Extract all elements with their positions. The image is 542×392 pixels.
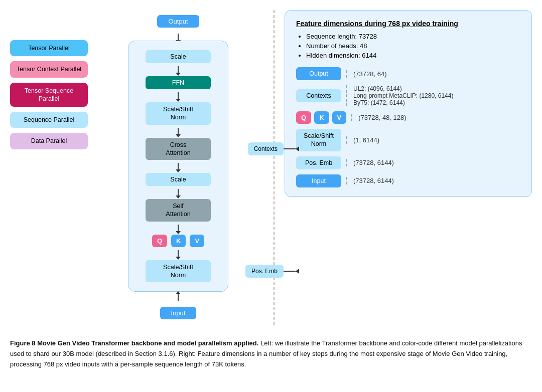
- caption: Figure 8 Movie Gen Video Transformer bac…: [10, 338, 532, 369]
- node-scale-top: Scale: [146, 50, 211, 63]
- contexts-side: Contexts: [248, 142, 299, 155]
- dim-value-input: (73728, 6144): [346, 177, 394, 184]
- v-button: V: [190, 235, 204, 247]
- dim-row-qkv: Q K V (73728, 48, 128): [296, 111, 520, 124]
- right-panel: Feature dimensions during 768 px video t…: [285, 10, 532, 197]
- arrow3: [178, 128, 179, 135]
- dim-row-output: Output (73728, 64): [296, 67, 520, 80]
- diagram-area: Tensor Parallel Tensor Context Parallel …: [10, 10, 532, 325]
- dim-label-contexts: Contexts: [296, 89, 341, 102]
- arrow2: [178, 92, 179, 99]
- dim-row-contexts: Contexts UL2: (4096, 6144) Long-prompt M…: [296, 85, 520, 106]
- node-scale-shift-top: Scale/Shift Norm: [146, 102, 211, 125]
- pos-emb-label: Pos. Emb: [245, 265, 284, 278]
- input-node: Input: [160, 307, 197, 319]
- legend-item-sequence-parallel: Sequence Parallel: [10, 112, 88, 128]
- legend-item-tensor-parallel: Tensor Parallel: [10, 40, 88, 56]
- v-right: V: [332, 111, 347, 124]
- k-button: K: [171, 235, 186, 247]
- dim-label-pos-emb: Pos. Emb: [296, 156, 341, 169]
- dim-value-pos-emb: (73728, 6144): [346, 159, 394, 166]
- dim-value-scale-shift: (1, 6144): [346, 136, 379, 144]
- center-diagram: Output Scale FFN Scale/Shift Norm Cross …: [93, 10, 263, 325]
- node-cross-attention: Cross Attention: [146, 138, 211, 160]
- qkv-row: Q K V: [152, 235, 204, 247]
- caption-title: Movie Gen Video Transformer backbone and…: [37, 339, 258, 347]
- output-node: Output: [157, 15, 199, 28]
- contexts-label: Contexts: [248, 142, 284, 155]
- dim-row-input: Input (73728, 6144): [296, 174, 520, 187]
- arrow4: [178, 163, 179, 170]
- qkv-right-row: Q K V: [296, 111, 346, 124]
- bullet-2: Number of heads: 48: [306, 42, 520, 50]
- k-right: K: [314, 111, 329, 124]
- dim-label-scale-shift: Scale/Shift Norm: [296, 129, 341, 151]
- dim-label-input: Input: [296, 174, 341, 187]
- dim-row-scale-shift: Scale/Shift Norm (1, 6144): [296, 129, 520, 151]
- caption-figure-num: Figure 8: [10, 339, 36, 347]
- arrow6: [178, 225, 179, 232]
- arrow-output-to-scale: [178, 34, 179, 41]
- legend-item-tensor-sequence-parallel: Tensor Sequence Parallel: [10, 83, 88, 107]
- cross-attention-wrapper: Cross Attention Contexts: [138, 136, 219, 162]
- dashed-divider: [274, 10, 275, 325]
- scale-shift-norm-wrapper: Scale/Shift Norm Pos. Emb: [138, 258, 219, 285]
- contexts-arrow: [284, 146, 299, 151]
- dim-table: Output (73728, 64) Contexts UL2: (4096, …: [296, 67, 520, 187]
- legend: Tensor Parallel Tensor Context Parallel …: [10, 40, 88, 149]
- bullet-1: Sequence length: 73728: [306, 33, 520, 40]
- right-panel-title: Feature dimensions during 768 px video t…: [296, 20, 520, 28]
- dim-value-output: (73728, 64): [346, 70, 387, 78]
- dim-value-qkv: (73728, 48, 128): [351, 114, 406, 121]
- dim-row-pos-emb: Pos. Emb (73728, 6144): [296, 156, 520, 169]
- q-right: Q: [296, 111, 311, 124]
- arrow5: [178, 189, 179, 196]
- bullet-3: Hidden dimension: 6144: [306, 52, 520, 59]
- pos-emb-arrow: [284, 269, 299, 274]
- dim-label-output: Output: [296, 67, 341, 80]
- node-scale-mid: Scale: [146, 173, 211, 186]
- right-panel-bullets: Sequence length: 73728 Number of heads: …: [296, 33, 520, 59]
- main-container: Tensor Parallel Tensor Context Parallel …: [10, 10, 532, 369]
- arrow7: [178, 250, 179, 257]
- node-ffn: FFN: [146, 76, 211, 89]
- legend-item-data-parallel: Data Parallel: [10, 133, 88, 149]
- arrow1: [178, 66, 179, 73]
- pos-emb-side: Pos. Emb: [245, 265, 299, 278]
- arrow-input-to-backbone: [178, 294, 179, 301]
- legend-item-tensor-context-parallel: Tensor Context Parallel: [10, 61, 88, 77]
- q-button: Q: [152, 235, 167, 247]
- node-scale-shift-bot: Scale/Shift Norm: [146, 260, 211, 283]
- backbone-box: Scale FFN Scale/Shift Norm Cross Attenti…: [128, 41, 228, 292]
- dim-value-contexts: UL2: (4096, 6144) Long-prompt MetaCLIP: …: [346, 85, 453, 106]
- node-self-attention: Self Attention: [146, 199, 211, 222]
